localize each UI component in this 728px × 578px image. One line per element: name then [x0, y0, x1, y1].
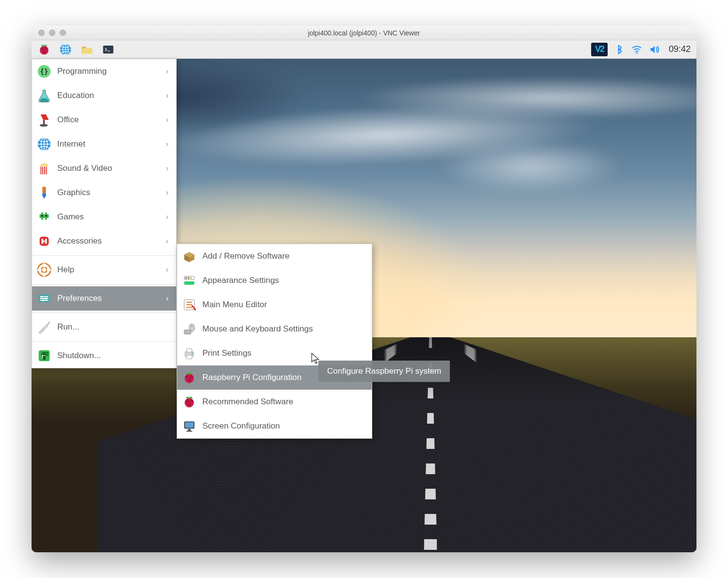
remote-desktop[interactable]: V2 09:42 Programming › Education › Offic — [32, 40, 696, 552]
submenu-label: Screen Configuration — [202, 421, 280, 431]
vnc-window: jolpi400.local (jolpi400) - VNC Viewer — [32, 26, 696, 552]
shutdown-icon — [36, 347, 52, 364]
list-icon — [181, 297, 198, 313]
tooltip: Configure Raspberry Pi system — [318, 361, 450, 382]
submenu-label: Mouse and Keyboard Settings — [202, 324, 313, 334]
help-icon — [36, 262, 52, 278]
submenu-screen-config[interactable]: Screen Configuration — [177, 414, 372, 438]
menu-preferences[interactable]: Preferences › — [32, 286, 176, 311]
taskbar: V2 09:42 — [32, 40, 696, 59]
menu-shutdown[interactable]: Shutdown... — [32, 344, 176, 368]
menu-accessories[interactable]: Accessories › — [32, 229, 176, 253]
invader-icon — [36, 209, 52, 225]
submenu-label: Print Settings — [202, 348, 251, 358]
brush-icon — [36, 184, 52, 201]
menu-label: Help — [57, 265, 74, 275]
menu-internet[interactable]: Internet › — [32, 132, 176, 156]
submenu-label: Appearance Settings — [202, 276, 279, 285]
submenu-label: Raspberry Pi Configuration — [202, 373, 301, 382]
menu-separator — [32, 255, 176, 256]
preferences-icon — [36, 290, 52, 307]
traffic-lights — [38, 30, 66, 36]
menu-label: Games — [57, 212, 84, 222]
menu-graphics[interactable]: Graphics › — [32, 181, 176, 205]
menu-label: Programming — [57, 66, 107, 76]
rpi-icon — [181, 369, 198, 386]
chevron-right-icon: › — [166, 213, 168, 221]
chevron-right-icon: › — [166, 164, 168, 173]
submenu-label: Recommended Software — [202, 397, 293, 407]
chevron-right-icon: › — [166, 294, 168, 303]
box-icon — [181, 248, 198, 264]
menu-office[interactable]: Office › — [32, 108, 176, 132]
menu-help[interactable]: Help › — [32, 258, 176, 282]
chevron-right-icon: › — [166, 188, 168, 197]
browser-launcher[interactable] — [56, 41, 75, 58]
chevron-right-icon: › — [166, 116, 168, 124]
preferences-submenu: Add / Remove SoftwareAppearance Settings… — [177, 244, 372, 439]
vnc-server-tray-icon[interactable]: V2 — [591, 43, 608, 56]
menu-label: Accessories — [57, 236, 102, 246]
menu-label: Education — [57, 91, 94, 100]
printer-icon — [181, 345, 198, 362]
submenu-main-menu-editor[interactable]: Main Menu Editor — [177, 293, 372, 317]
menu-games[interactable]: Games › — [32, 205, 176, 229]
chevron-right-icon: › — [166, 91, 168, 100]
menu-label: Office — [57, 115, 79, 125]
submenu-recommended-software[interactable]: Recommended Software — [177, 390, 372, 414]
zoom-button[interactable] — [60, 30, 66, 36]
globe-icon — [36, 136, 52, 152]
volume-tray-icon[interactable] — [648, 44, 660, 55]
lamp-icon — [36, 112, 52, 128]
menu-sound-video[interactable]: Sound & Video › — [32, 156, 176, 181]
menu-label: Run... — [57, 322, 79, 332]
menu-label: Preferences — [57, 294, 102, 303]
menu-run[interactable]: Run... — [32, 315, 176, 339]
menu-separator — [32, 341, 176, 342]
submenu-add-remove-software[interactable]: Add / Remove Software — [177, 244, 372, 268]
menu-separator — [32, 284, 176, 284]
knife-icon — [36, 233, 52, 249]
submenu-label: Add / Remove Software — [202, 251, 290, 261]
terminal-launcher[interactable] — [99, 41, 118, 58]
submenu-label: Main Menu Editor — [202, 300, 267, 310]
menu-education[interactable]: Education › — [32, 83, 176, 108]
menu-button[interactable] — [34, 41, 54, 58]
main-menu: Programming › Education › Office › Inter… — [32, 59, 177, 368]
chevron-right-icon: › — [166, 237, 168, 246]
menu-label: Internet — [57, 139, 85, 149]
chevron-right-icon: › — [166, 67, 168, 76]
minimize-button[interactable] — [49, 30, 55, 36]
menu-label: Sound & Video — [57, 164, 112, 173]
monitor-icon — [181, 418, 198, 434]
files-launcher[interactable] — [77, 41, 97, 58]
palette-icon — [181, 272, 198, 289]
mac-titlebar[interactable]: jolpi400.local (jolpi400) - VNC Viewer — [32, 26, 696, 40]
menu-label: Shutdown... — [57, 351, 101, 361]
rpi-icon — [181, 394, 198, 410]
run-icon — [36, 319, 52, 335]
submenu-mouse-keyboard[interactable]: Mouse and Keyboard Settings — [177, 317, 372, 341]
bluetooth-tray-icon[interactable] — [613, 44, 625, 55]
menu-separator — [32, 313, 176, 313]
chevron-right-icon: › — [166, 265, 168, 274]
popcorn-icon — [36, 160, 52, 177]
close-button[interactable] — [38, 30, 45, 36]
wifi-tray-icon[interactable] — [631, 44, 643, 55]
window-title: jolpi400.local (jolpi400) - VNC Viewer — [32, 26, 696, 40]
code-icon — [36, 63, 52, 80]
chevron-right-icon: › — [166, 140, 168, 149]
panel-clock[interactable]: 09:42 — [669, 44, 691, 54]
flask-icon — [36, 87, 52, 104]
submenu-appearance-settings[interactable]: Appearance Settings — [177, 268, 372, 293]
menu-programming[interactable]: Programming › — [32, 59, 176, 83]
mouse-icon — [181, 321, 198, 337]
menu-label: Graphics — [57, 188, 90, 198]
